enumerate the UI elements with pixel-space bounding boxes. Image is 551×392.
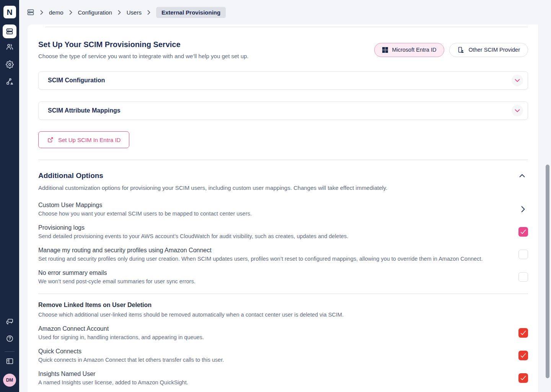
chevron-right-icon — [147, 10, 150, 15]
breadcrumb-item-configuration[interactable]: Configuration — [78, 9, 112, 16]
amazon-connect-account-checkbox[interactable] — [518, 328, 528, 338]
divider — [38, 294, 528, 294]
quick-connects-checkbox[interactable] — [518, 351, 528, 360]
logo-letter: N — [3, 6, 16, 18]
option-title: Quick Connects — [38, 348, 224, 355]
chat-icon — [6, 317, 14, 325]
sidebar-item-settings[interactable] — [0, 60, 19, 69]
option-row-quick-connects: Quick Connects Quick connects in Amazon … — [38, 344, 528, 367]
sidebar-item-users[interactable] — [0, 43, 19, 51]
sidebar-item-workflows[interactable] — [0, 78, 19, 86]
avatar: DM — [3, 374, 16, 387]
remove-linked-subtitle: Choose which additional user-linked item… — [38, 312, 528, 318]
microsoft-entra-id-button[interactable]: Microsoft Entra ID — [374, 43, 444, 57]
option-row-manage-profiles: Manage my routing and security profiles … — [38, 243, 528, 266]
vertical-scrollbar[interactable] — [546, 165, 549, 378]
breadcrumb-current: External Provisioning — [156, 7, 226, 18]
breadcrumb-item-demo[interactable]: demo — [49, 9, 64, 16]
manage-profiles-checkbox[interactable] — [518, 250, 528, 259]
accordion-label: SCIM Attribute Mappings — [48, 107, 121, 114]
settings-icon — [6, 60, 14, 69]
other-scim-provider-button[interactable]: Other SCIM Provider — [449, 43, 528, 57]
option-row-custom-user-mappings[interactable]: Custom User Mappings Choose how you want… — [38, 198, 528, 220]
option-row-amazon-connect-account: Amazon Connect Account Used for signing … — [38, 322, 528, 344]
sidebar-item-chat[interactable] — [0, 317, 19, 325]
chevron-down-icon[interactable] — [512, 105, 523, 116]
option-description: Send detailed provisioning events to you… — [38, 233, 348, 239]
button-label: Other SCIM Provider — [468, 47, 520, 53]
additional-options-subtitle: Additional customization options for pro… — [38, 185, 387, 191]
sidebar-item-servers[interactable] — [0, 24, 19, 38]
option-description: A named Insights user license, added to … — [38, 379, 188, 385]
insights-named-user-checkbox[interactable] — [518, 373, 528, 383]
external-link-icon — [47, 136, 54, 143]
option-row-provisioning-logs: Provisioning logs Send detailed provisio… — [38, 220, 528, 243]
page-title: Set Up Your SCIM Provisioning Service — [38, 40, 249, 49]
page-subtitle: Choose the type of service you want to i… — [38, 53, 249, 59]
sidebar: N — [0, 0, 19, 392]
accordion-scim-configuration[interactable]: SCIM Configuration — [38, 71, 528, 90]
button-label: Microsoft Entra ID — [392, 47, 436, 53]
setup-scim-entra-button[interactable]: Set Up SCIM In Entra ID — [38, 131, 129, 148]
users-icon — [6, 43, 14, 51]
option-title: No error summary emails — [38, 270, 196, 276]
option-description: Set routing and security profiles only d… — [38, 256, 483, 262]
option-row-no-error-emails: No error summary emails We won’t send po… — [38, 266, 528, 288]
chevron-down-icon[interactable] — [512, 75, 523, 86]
app-logo[interactable]: N — [0, 6, 19, 18]
sidebar-item-help[interactable] — [0, 335, 19, 343]
topbar: demo Configuration Users External Provis… — [19, 0, 551, 24]
breadcrumb-home-button[interactable] — [27, 8, 34, 16]
divider — [45, 27, 528, 27]
chevron-right-icon — [69, 10, 72, 15]
servers-icon — [3, 24, 16, 38]
provisioning-logs-checkbox[interactable] — [518, 227, 528, 237]
option-row-insights-named-user: Insights Named User A named Insights use… — [38, 367, 528, 389]
accordion-label: SCIM Configuration — [48, 77, 105, 84]
option-title: Provisioning logs — [38, 224, 348, 231]
accordion-scim-attribute-mappings[interactable]: SCIM Attribute Mappings — [38, 101, 528, 120]
option-title: Custom User Mappings — [38, 202, 252, 209]
option-title: Insights Named User — [38, 371, 188, 377]
option-description: Used for signing in, handling interactio… — [38, 334, 204, 340]
additional-options-title: Additional Options — [38, 172, 387, 180]
help-icon — [6, 335, 14, 343]
user-menu[interactable]: DM — [0, 374, 19, 387]
breadcrumb-item-users[interactable]: Users — [127, 9, 142, 16]
workflows-icon — [6, 78, 14, 86]
chevron-right-icon[interactable] — [521, 206, 525, 212]
microsoft-logo-icon — [382, 47, 388, 53]
chevron-right-icon — [40, 10, 43, 15]
no-error-emails-checkbox[interactable] — [518, 272, 528, 282]
servers-icon — [27, 8, 34, 16]
option-description: Choose how you want your external SCIM u… — [38, 211, 252, 217]
option-title: Amazon Connect Account — [38, 325, 204, 332]
sidebar-divider — [5, 351, 15, 352]
button-label: Set Up SCIM In Entra ID — [58, 137, 121, 143]
main-panel: Set Up Your SCIM Provisioning Service Ch… — [28, 24, 538, 392]
divider — [38, 160, 528, 160]
remove-linked-title: Remove Linked Items on User Deletion — [38, 302, 528, 309]
sidebar-item-panel-toggle[interactable] — [0, 357, 19, 365]
option-title: Manage my routing and security profiles … — [38, 247, 483, 254]
panel-icon — [6, 357, 14, 365]
option-description: We won’t send post-cycle email summaries… — [38, 278, 196, 284]
option-description: Quick connects in Amazon Connect that le… — [38, 357, 224, 363]
building-user-icon — [457, 46, 465, 54]
chevron-right-icon — [118, 10, 121, 15]
chevron-up-icon[interactable] — [519, 174, 525, 178]
